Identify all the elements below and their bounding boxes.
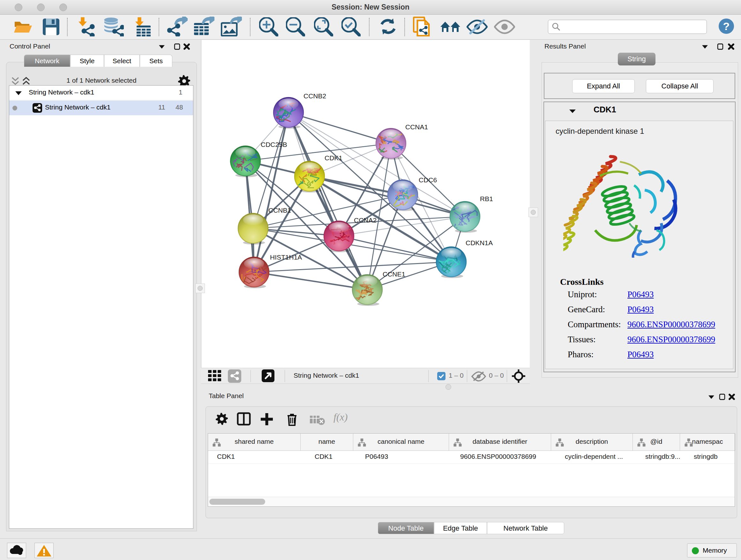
svg-text:CCNB2: CCNB2 <box>304 92 326 100</box>
svg-text:CCNB1: CCNB1 <box>268 206 291 214</box>
svg-text:HIST1H1A: HIST1H1A <box>270 253 302 261</box>
svg-text:CDC6: CDC6 <box>419 176 437 184</box>
svg-text:CCNA2: CCNA2 <box>354 216 377 224</box>
svg-text:CDC25B: CDC25B <box>261 141 287 148</box>
svg-text:RB1: RB1 <box>480 195 493 202</box>
svg-text:CDKN1A: CDKN1A <box>466 239 493 246</box>
svg-text:CCNE1: CCNE1 <box>383 270 405 278</box>
svg-text:CCNA1: CCNA1 <box>405 123 428 131</box>
svg-text:CDK1: CDK1 <box>325 154 342 162</box>
